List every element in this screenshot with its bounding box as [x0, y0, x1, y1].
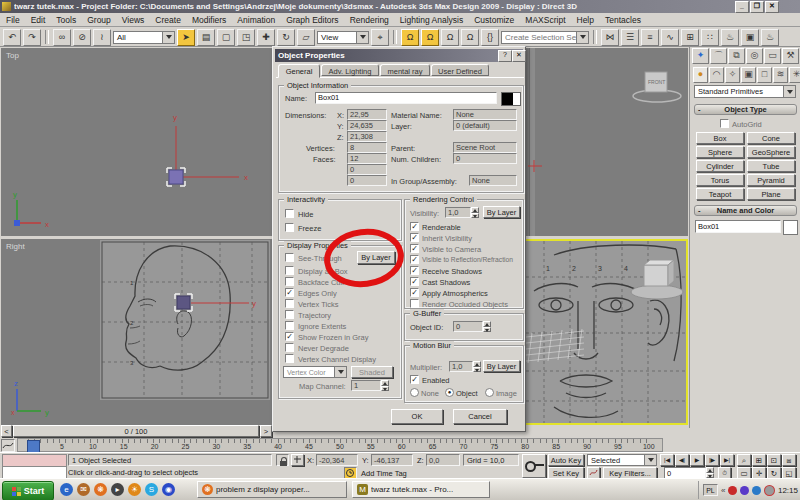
internet-explorer-icon[interactable]: e	[60, 483, 73, 496]
media-player-icon[interactable]: ▸	[111, 483, 124, 496]
visible-to-camera-checkbox[interactable]: ✓	[410, 244, 419, 253]
motion-blur-enabled-checkbox[interactable]: ✓	[410, 375, 419, 384]
key-filter-set-dropdown[interactable]: Selected	[587, 454, 657, 466]
receive-shadows-checkbox[interactable]: ✓	[410, 266, 419, 275]
motion-tab-icon[interactable]: ◎	[746, 48, 763, 64]
dropdown-arrow-icon[interactable]	[162, 32, 174, 43]
plane-button[interactable]: Plane	[747, 188, 795, 200]
hide-checkbox[interactable]	[285, 209, 294, 218]
map-channel-field[interactable]: 1	[351, 380, 381, 391]
pyramid-button[interactable]: Pyramid	[747, 174, 795, 186]
edges-only-checkbox[interactable]: ✓	[285, 288, 294, 297]
menu-item[interactable]: Animation	[237, 15, 275, 25]
email-icon[interactable]: ✉	[77, 483, 90, 496]
im-tray-icon[interactable]	[740, 486, 749, 495]
tab-mental-ray[interactable]: mental ray	[380, 64, 430, 76]
menu-item[interactable]: Rendering	[350, 15, 389, 25]
object-name-color-swatch[interactable]	[783, 220, 798, 235]
vertex-color-dropdown[interactable]: Vertex Color	[283, 366, 347, 378]
unlink-selection-icon[interactable]: ⊘	[73, 29, 91, 46]
start-button[interactable]: Start	[2, 481, 54, 500]
snap-toggle-icon[interactable]: Ω	[401, 29, 419, 46]
dialog-close-button[interactable]: ✕	[512, 50, 526, 62]
layer-manager-icon[interactable]: ≡	[641, 29, 659, 46]
menu-item[interactable]: Graph Editors	[286, 15, 338, 25]
menu-item[interactable]: Tentacles	[605, 15, 641, 25]
taskbar-task-3dsmax[interactable]: M twarz tutek.max - Pro...	[352, 481, 490, 498]
render-setup-icon[interactable]: ♨	[721, 29, 739, 46]
messenger-icon[interactable]: ◉	[162, 483, 175, 496]
never-degrade-checkbox[interactable]	[285, 343, 294, 352]
prev-frame-button[interactable]: <	[1, 425, 12, 437]
geometry-category-icon[interactable]: ●	[693, 67, 708, 83]
rectangular-selection-region-icon[interactable]: ▢	[217, 29, 235, 46]
map-channel-spinner[interactable]	[381, 380, 389, 391]
select-and-rotate-icon[interactable]: ↻	[277, 29, 295, 46]
menu-item[interactable]: Views	[122, 15, 145, 25]
next-frame-step-button[interactable]: |▶	[705, 454, 719, 466]
use-pivot-point-icon[interactable]: ⌖	[371, 29, 389, 46]
object-color-swatch[interactable]	[501, 92, 521, 106]
menu-item[interactable]: Lighting Analysis	[400, 15, 463, 25]
render-production-icon[interactable]: ♨	[761, 29, 779, 46]
cylinder-button[interactable]: Cylinder	[696, 160, 744, 172]
rendered-frame-window-icon[interactable]: ▣	[741, 29, 759, 46]
freeze-checkbox[interactable]	[285, 223, 294, 232]
schematic-view-icon[interactable]: ⊞	[681, 29, 699, 46]
name-color-rollout[interactable]: - Name and Color	[694, 205, 797, 216]
cone-button[interactable]: Cone	[747, 132, 795, 144]
backface-cull-checkbox[interactable]	[285, 277, 294, 286]
align-icon[interactable]: ☰	[621, 29, 639, 46]
go-to-start-button[interactable]: |◀	[660, 454, 674, 466]
antivirus-tray-icon[interactable]	[728, 486, 737, 495]
vertex-channel-display-checkbox[interactable]	[285, 354, 294, 363]
network-tray-icon[interactable]	[764, 485, 775, 496]
renderable-checkbox[interactable]: ✓	[410, 222, 419, 231]
menu-item[interactable]: File	[6, 15, 20, 25]
menu-item[interactable]: Customize	[474, 15, 514, 25]
tab-general[interactable]: General	[278, 64, 320, 78]
menu-item[interactable]: Create	[155, 15, 181, 25]
select-and-scale-icon[interactable]: ▱	[297, 29, 315, 46]
cast-shadows-checkbox[interactable]: ✓	[410, 277, 419, 286]
go-to-end-button[interactable]: ▶|	[720, 454, 734, 466]
tab-user-defined[interactable]: User Defined	[431, 64, 489, 76]
utilities-tab-icon[interactable]: ⚒	[782, 48, 799, 64]
dialog-help-button[interactable]: ?	[498, 50, 512, 62]
select-and-move-icon[interactable]: ✚	[257, 29, 275, 46]
object-id-field[interactable]: 0	[453, 321, 483, 332]
hierarchy-tab-icon[interactable]: ⧉	[728, 48, 745, 64]
selection-lock-icon[interactable]	[276, 454, 289, 466]
ignore-extents-checkbox[interactable]	[285, 321, 294, 330]
select-by-name-icon[interactable]: ▤	[197, 29, 215, 46]
visibility-spinner[interactable]	[471, 207, 479, 218]
curve-editor-icon[interactable]: ∿	[661, 29, 679, 46]
apply-atmospherics-checkbox[interactable]: ✓	[410, 288, 419, 297]
vertex-ticks-checkbox[interactable]	[285, 299, 294, 308]
zoom-icon[interactable]: ⌕	[737, 454, 751, 466]
track-bar[interactable]: 0510152025303540455055606570758085909510…	[17, 438, 663, 452]
reference-coordinate-dropdown[interactable]: View	[317, 31, 369, 44]
geosphere-button[interactable]: GeoSphere	[747, 146, 795, 158]
shapes-category-icon[interactable]: ◠	[709, 67, 724, 83]
visibility-field[interactable]: 1,0	[445, 207, 471, 218]
current-frame-spinner[interactable]	[706, 467, 714, 478]
restore-button[interactable]: ❐	[750, 1, 764, 13]
name-field[interactable]: Box01	[315, 92, 497, 104]
zoom-extents-icon[interactable]: ⊡	[767, 454, 781, 466]
object-id-spinner[interactable]	[483, 321, 491, 332]
shaded-button[interactable]: Shaded	[351, 366, 393, 378]
create-tab-icon[interactable]: ✦	[692, 48, 709, 64]
display-tab-icon[interactable]: ▭	[764, 48, 781, 64]
teapot-button[interactable]: Teapot	[696, 188, 744, 200]
absolute-mode-icon[interactable]	[291, 454, 304, 466]
motion-blur-by-layer-button[interactable]: By Layer	[483, 360, 520, 372]
torus-button[interactable]: Torus	[696, 174, 744, 186]
motion-blur-object-radio[interactable]: ●	[445, 388, 454, 397]
minimize-button[interactable]: _	[735, 1, 749, 13]
tube-button[interactable]: Tube	[747, 160, 795, 172]
dropdown-arrow-icon[interactable]	[576, 32, 588, 43]
object-name-field[interactable]: Box01	[695, 220, 781, 233]
tab-adv-lighting[interactable]: Adv. Lighting	[321, 64, 379, 76]
select-object-icon[interactable]: ➤	[177, 29, 195, 46]
